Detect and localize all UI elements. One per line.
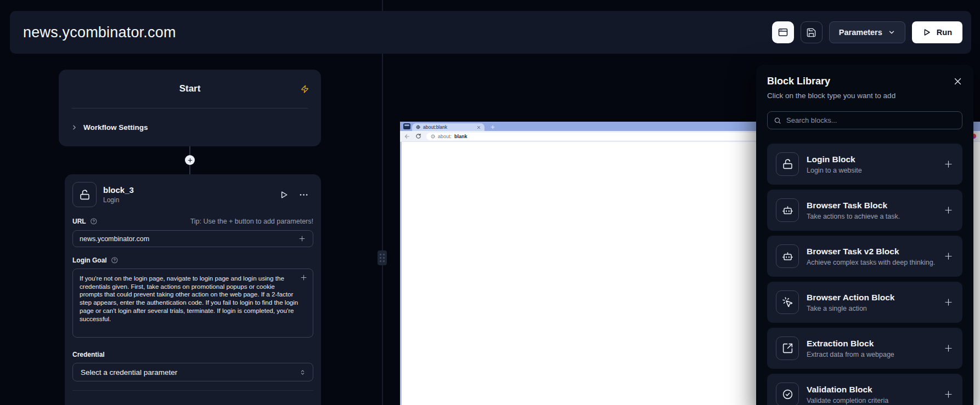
panel-splitter[interactable] [382,0,383,405]
address-url-host: blank [454,134,468,139]
block-item-title: Login Block [807,155,862,164]
plus-icon [187,157,193,163]
login-block-header: block_3 Login [72,182,313,207]
browser-tab[interactable]: about:blank [412,123,485,131]
address-url-scheme: about: [438,134,452,139]
ellipsis-icon [298,190,309,200]
start-node-card[interactable]: Start Workflow Settings [59,70,321,146]
add-block-plus-button[interactable] [943,159,954,169]
url-tip: Tip: Use the + button to add parameters! [190,218,313,225]
robot-icon [782,250,793,262]
block-item-description: Validate completion criteria [807,397,888,404]
block-type-label: Login [103,196,134,204]
lock-open-icon [782,158,793,170]
workflow-settings-toggle[interactable]: Workflow Settings [59,109,321,146]
block-section-divider [72,390,313,391]
refresh-button[interactable] [415,133,421,139]
block-library-item-extraction[interactable]: Extraction Block Extract data from a web… [767,328,962,369]
credential-select-value: Select a credential parameter [81,368,299,377]
credential-select[interactable]: Select a credential parameter [72,363,313,381]
block-library-subtitle: Click on the block type you want to add [767,92,962,100]
add-parameter-button[interactable] [300,273,308,282]
lock-open-icon [79,189,91,201]
block-library-title: Block Library [767,76,830,87]
block-item-title: Validation Block [807,385,888,395]
save-icon [806,27,816,38]
workflow-title: news.ycombinator.com [23,24,176,41]
add-block-plus-button[interactable] [943,343,954,353]
block-item-title: Browser Task v2 Block [807,247,935,256]
tab-title: about:blank [423,124,474,130]
run-block-button[interactable] [279,190,289,199]
search-box [767,111,962,129]
add-block-plus-button[interactable] [943,205,954,215]
block-library-item-validation[interactable]: Validation Block Validate completion cri… [767,374,962,405]
zap-icon [301,85,309,93]
info-icon[interactable] [431,134,435,139]
globe-icon [416,125,420,129]
splitter-grip-handle[interactable] [378,250,387,265]
url-input[interactable] [80,235,298,243]
run-button-label: Run [937,28,952,37]
search-input[interactable] [786,116,956,124]
add-block-plus-button[interactable] [943,251,954,261]
tab-switcher-icon[interactable] [403,123,410,129]
workflow-settings-label: Workflow Settings [83,123,148,132]
check-circle-icon [782,389,793,400]
chevron-right-icon [71,124,78,131]
block-icon-box [72,182,97,207]
login-goal-text: If you're not on the login page, navigat… [80,275,298,323]
x-icon [953,77,962,86]
parameters-button-label: Parameters [839,28,882,37]
back-button[interactable] [404,133,410,140]
block-name: block_3 [103,185,134,195]
add-block-plus-button[interactable] [943,297,954,307]
play-icon [922,28,931,37]
help-icon[interactable] [111,256,119,264]
block-item-description: Take a single action [807,305,895,312]
robot-icon [782,204,793,216]
block-item-title: Browser Action Block [807,293,895,303]
chevrons-up-down-icon [299,369,306,376]
save-button[interactable] [801,21,823,43]
browser-preview-toggle-button[interactable] [772,21,794,43]
block-item-description: Achieve complex tasks with deep thinking… [807,259,935,266]
login-block-card[interactable]: block_3 Login URL Tip: Use the + button … [65,174,321,405]
chevron-down-icon [888,28,895,36]
block-library-item-browser-task-v2[interactable]: Browser Task v2 Block Achieve complex ta… [767,236,962,277]
close-button[interactable] [953,77,962,86]
login-goal-textarea[interactable]: If you're not on the login page, navigat… [72,269,313,338]
block-menu-button[interactable] [298,190,309,200]
block-list: Login Block Login to a website Browser T… [767,144,962,405]
url-input-wrapper [72,230,313,247]
add-block-button[interactable] [185,155,195,165]
credential-label: Credential [72,351,313,358]
block-library-item-browser-action[interactable]: Browser Action Block Take a single actio… [767,282,962,323]
app-header: news.ycombinator.com Parameters Run [10,11,971,54]
block-library-item-login[interactable]: Login Block Login to a website [767,144,962,185]
add-parameter-button[interactable] [298,235,306,243]
extract-icon [782,343,793,354]
start-node-header: Start [59,70,321,108]
url-label: URL [72,218,86,225]
tab-close-icon[interactable] [477,126,481,129]
login-goal-label: Login Goal [72,256,107,264]
start-node-title: Start [179,83,201,94]
block-item-title: Browser Task Block [807,201,900,210]
run-button[interactable]: Run [912,21,962,43]
block-item-description: Extract data from a webpage [807,351,894,358]
block-item-description: Take actions to achieve a task. [807,213,900,220]
block-library-panel: Block Library Click on the block type yo… [756,65,973,405]
cursor-click-icon [782,296,793,308]
add-block-plus-button[interactable] [943,389,954,400]
help-icon[interactable] [90,218,98,225]
block-item-description: Login to a website [807,167,862,174]
search-icon [774,117,781,124]
new-tab-button[interactable] [490,124,495,130]
block-library-item-browser-task[interactable]: Browser Task Block Take actions to achie… [767,190,962,231]
header-actions: Parameters Run [772,21,962,43]
browser-window-icon [778,27,788,38]
block-item-title: Extraction Block [807,339,894,349]
parameters-button[interactable]: Parameters [829,21,905,43]
